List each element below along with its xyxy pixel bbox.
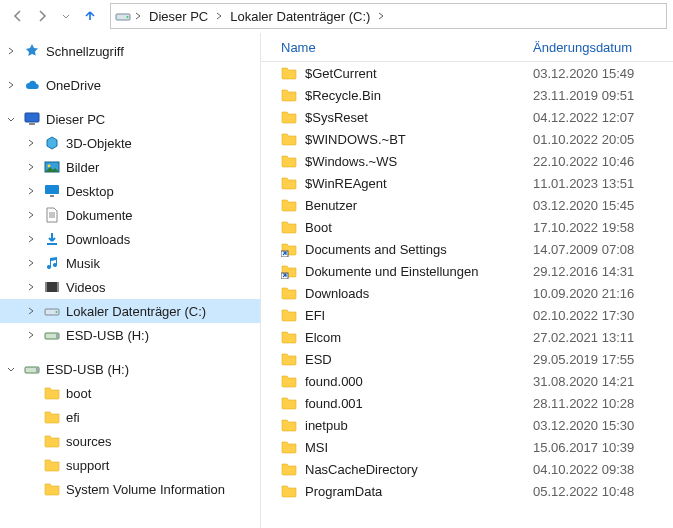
file-date: 17.10.2022 19:58 [533,220,673,235]
tree-item-drive-c[interactable]: Lokaler Datenträger (C:) [0,299,260,323]
file-row[interactable]: $Recycle.Bin23.11.2019 09:51 [261,84,673,106]
column-header-name[interactable]: Name [261,40,533,55]
tree-item-drive-h[interactable]: ESD-USB (H:) [0,323,260,347]
expand-toggle[interactable] [24,162,38,172]
tree-item-documents[interactable]: Dokumente [0,203,260,227]
tree-label: Lokaler Datenträger (C:) [66,304,206,319]
file-name: NasCacheDirectory [305,462,418,477]
file-row[interactable]: ProgramData05.12.2022 10:48 [261,480,673,502]
file-date: 04.10.2022 09:38 [533,462,673,477]
tree-item-folder[interactable]: System Volume Information [0,477,260,501]
collapse-toggle[interactable] [4,364,18,374]
file-row[interactable]: $Windows.~WS22.10.2022 10:46 [261,150,673,172]
file-row[interactable]: Dokumente und Einstellungen29.12.2016 14… [261,260,673,282]
file-row[interactable]: $SysReset04.12.2022 12:07 [261,106,673,128]
collapse-toggle[interactable] [4,114,18,124]
file-row[interactable]: found.00128.11.2022 10:28 [261,392,673,414]
file-row[interactable]: Elcom27.02.2021 13:11 [261,326,673,348]
tree-item-folder[interactable]: boot [0,381,260,405]
tree-label: ESD-USB (H:) [46,362,129,377]
file-row[interactable]: Boot17.10.2022 19:58 [261,216,673,238]
tree-item-desktop[interactable]: Desktop [0,179,260,203]
expand-toggle[interactable] [24,234,38,244]
chevron-right-icon[interactable] [133,11,143,21]
tree-label: sources [66,434,112,449]
folder-icon [281,131,297,147]
file-row[interactable]: MSI15.06.2017 10:39 [261,436,673,458]
breadcrumb-thispc[interactable]: Dieser PC [145,8,212,25]
file-row[interactable]: Benutzer03.12.2020 15:45 [261,194,673,216]
file-row[interactable]: $WinREAgent11.01.2023 13:51 [261,172,673,194]
videos-icon [44,279,60,295]
file-name: ProgramData [305,484,382,499]
file-row[interactable]: found.00031.08.2020 14:21 [261,370,673,392]
column-headers: Name Änderungsdatum [261,33,673,62]
address-bar[interactable]: Dieser PC Lokaler Datenträger (C:) [110,3,667,29]
chevron-right-icon[interactable] [214,11,224,21]
chevron-right-icon[interactable] [376,11,386,21]
file-date: 11.01.2023 13:51 [533,176,673,191]
file-date: 03.12.2020 15:30 [533,418,673,433]
tree-usb-drive[interactable]: ESD-USB (H:) [0,357,260,381]
file-name: $GetCurrent [305,66,377,81]
file-row[interactable]: EFI02.10.2022 17:30 [261,304,673,326]
expand-toggle[interactable] [24,210,38,220]
tree-label: support [66,458,109,473]
file-name: EFI [305,308,325,323]
tree-label: System Volume Information [66,482,225,497]
file-date: 27.02.2021 13:11 [533,330,673,345]
recent-dropdown[interactable] [54,4,78,28]
tree-this-pc[interactable]: Dieser PC [0,107,260,131]
file-row[interactable]: $GetCurrent03.12.2020 15:49 [261,62,673,84]
tree-item-videos[interactable]: Videos [0,275,260,299]
file-row[interactable]: Documents and Settings14.07.2009 07:08 [261,238,673,260]
file-name: ESD [305,352,332,367]
folder-icon [44,481,60,497]
tree-quick-access[interactable]: Schnellzugriff [0,39,260,63]
expand-toggle[interactable] [4,46,18,56]
breadcrumb-drive-c[interactable]: Lokaler Datenträger (C:) [226,8,374,25]
folder-icon [281,351,297,367]
nav-tree[interactable]: Schnellzugriff OneDrive Dieser PC 3D-Obj… [0,33,260,528]
file-row[interactable]: inetpub03.12.2020 15:30 [261,414,673,436]
file-name: Documents and Settings [305,242,447,257]
file-row[interactable]: ESD29.05.2019 17:55 [261,348,673,370]
tree-item-folder[interactable]: support [0,453,260,477]
tree-label: Musik [66,256,100,271]
file-name: Dokumente und Einstellungen [305,264,478,279]
expand-toggle[interactable] [4,80,18,90]
file-date: 03.12.2020 15:45 [533,198,673,213]
column-header-date[interactable]: Änderungsdatum [533,40,673,55]
folder-icon [281,153,297,169]
folder-icon [281,439,297,455]
up-button[interactable] [78,4,102,28]
file-name: Elcom [305,330,341,345]
tree-item-music[interactable]: Musik [0,251,260,275]
expand-toggle[interactable] [24,330,38,340]
file-row[interactable]: NasCacheDirectory04.10.2022 09:38 [261,458,673,480]
expand-toggle[interactable] [24,258,38,268]
expand-toggle[interactable] [24,282,38,292]
tree-item-3d[interactable]: 3D-Objekte [0,131,260,155]
file-row[interactable]: Downloads10.09.2020 21:16 [261,282,673,304]
expand-toggle[interactable] [24,306,38,316]
file-row[interactable]: $WINDOWS.~BT01.10.2022 20:05 [261,128,673,150]
expand-toggle[interactable] [24,138,38,148]
file-list-pane: Name Änderungsdatum $GetCurrent03.12.202… [260,33,673,528]
folder-icon [281,175,297,191]
tree-item-pictures[interactable]: Bilder [0,155,260,179]
file-rows[interactable]: $GetCurrent03.12.2020 15:49$Recycle.Bin2… [261,62,673,528]
file-name: $SysReset [305,110,368,125]
file-date: 29.12.2016 14:31 [533,264,673,279]
forward-button[interactable] [30,4,54,28]
tree-label: boot [66,386,91,401]
tree-label: Videos [66,280,106,295]
downloads-icon [44,231,60,247]
tree-item-downloads[interactable]: Downloads [0,227,260,251]
back-button[interactable] [6,4,30,28]
tree-item-folder[interactable]: sources [0,429,260,453]
drive-c-icon [44,303,60,319]
tree-onedrive[interactable]: OneDrive [0,73,260,97]
tree-item-folder[interactable]: efi [0,405,260,429]
expand-toggle[interactable] [24,186,38,196]
